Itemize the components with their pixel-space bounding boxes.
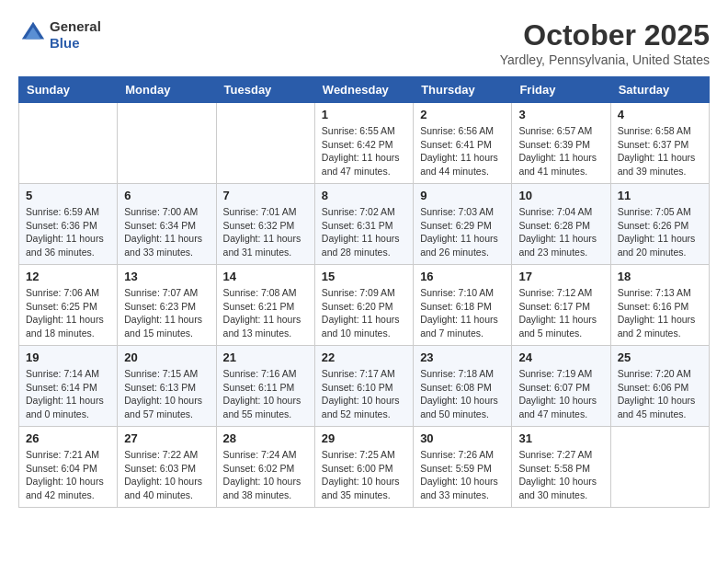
day-cell: 11Sunrise: 7:05 AM Sunset: 6:26 PM Dayli… xyxy=(610,184,709,265)
day-number: 3 xyxy=(518,108,603,121)
day-info: Sunrise: 7:24 AM Sunset: 6:02 PM Dayligh… xyxy=(223,448,308,502)
weekday-header-friday: Friday xyxy=(512,77,610,103)
day-info: Sunrise: 7:06 AM Sunset: 6:25 PM Dayligh… xyxy=(26,286,110,340)
day-info: Sunrise: 6:55 AM Sunset: 6:42 PM Dayligh… xyxy=(322,124,406,178)
day-cell xyxy=(118,103,216,184)
day-number: 18 xyxy=(618,270,702,283)
day-cell: 31Sunrise: 7:27 AM Sunset: 5:58 PM Dayli… xyxy=(512,427,610,508)
day-number: 30 xyxy=(420,431,505,445)
day-number: 2 xyxy=(420,108,505,121)
day-number: 19 xyxy=(26,350,110,364)
day-cell: 25Sunrise: 7:20 AM Sunset: 6:06 PM Dayli… xyxy=(610,346,709,427)
page-header: General Blue October 2025 Yardley, Penns… xyxy=(18,18,710,67)
weekday-header-tuesday: Tuesday xyxy=(216,77,314,103)
day-cell: 16Sunrise: 7:10 AM Sunset: 6:18 PM Dayli… xyxy=(414,265,512,346)
day-cell: 2Sunrise: 6:56 AM Sunset: 6:41 PM Daylig… xyxy=(414,103,512,184)
day-number: 14 xyxy=(223,270,308,283)
location: Yardley, Pennsylvania, United States xyxy=(500,52,710,67)
day-number: 26 xyxy=(26,431,110,445)
day-number: 16 xyxy=(420,270,505,283)
day-cell: 9Sunrise: 7:03 AM Sunset: 6:29 PM Daylig… xyxy=(414,184,512,265)
weekday-header-monday: Monday xyxy=(118,77,216,103)
day-cell: 7Sunrise: 7:01 AM Sunset: 6:32 PM Daylig… xyxy=(216,184,314,265)
day-cell: 21Sunrise: 7:16 AM Sunset: 6:11 PM Dayli… xyxy=(216,346,314,427)
calendar: SundayMondayTuesdayWednesdayThursdayFrid… xyxy=(18,76,710,508)
day-cell: 13Sunrise: 7:07 AM Sunset: 6:23 PM Dayli… xyxy=(118,265,216,346)
day-number: 8 xyxy=(322,189,406,202)
day-info: Sunrise: 7:17 AM Sunset: 6:10 PM Dayligh… xyxy=(322,367,406,421)
day-number: 23 xyxy=(420,350,505,364)
week-row-2: 5Sunrise: 6:59 AM Sunset: 6:36 PM Daylig… xyxy=(19,184,710,265)
logo-general: General xyxy=(50,18,101,35)
day-info: Sunrise: 7:12 AM Sunset: 6:17 PM Dayligh… xyxy=(518,286,603,340)
day-number: 5 xyxy=(26,189,110,202)
day-number: 9 xyxy=(420,189,505,202)
day-info: Sunrise: 7:09 AM Sunset: 6:20 PM Dayligh… xyxy=(322,286,406,340)
day-info: Sunrise: 7:07 AM Sunset: 6:23 PM Dayligh… xyxy=(124,286,209,340)
day-cell: 6Sunrise: 7:00 AM Sunset: 6:34 PM Daylig… xyxy=(118,184,216,265)
logo-icon xyxy=(20,20,46,46)
day-info: Sunrise: 6:57 AM Sunset: 6:39 PM Dayligh… xyxy=(518,124,603,178)
day-cell: 19Sunrise: 7:14 AM Sunset: 6:14 PM Dayli… xyxy=(19,346,118,427)
day-cell: 5Sunrise: 6:59 AM Sunset: 6:36 PM Daylig… xyxy=(19,184,118,265)
day-number: 15 xyxy=(322,270,406,283)
day-info: Sunrise: 7:20 AM Sunset: 6:06 PM Dayligh… xyxy=(618,367,702,421)
day-info: Sunrise: 6:56 AM Sunset: 6:41 PM Dayligh… xyxy=(420,124,505,178)
day-info: Sunrise: 7:01 AM Sunset: 6:32 PM Dayligh… xyxy=(223,205,308,259)
day-info: Sunrise: 7:19 AM Sunset: 6:07 PM Dayligh… xyxy=(518,367,603,421)
weekday-header-sunday: Sunday xyxy=(19,77,118,103)
day-number: 7 xyxy=(223,189,308,202)
logo: General Blue xyxy=(18,18,101,52)
day-info: Sunrise: 7:10 AM Sunset: 6:18 PM Dayligh… xyxy=(420,286,505,340)
day-number: 10 xyxy=(518,189,603,202)
day-cell: 10Sunrise: 7:04 AM Sunset: 6:28 PM Dayli… xyxy=(512,184,610,265)
day-info: Sunrise: 7:21 AM Sunset: 6:04 PM Dayligh… xyxy=(26,448,110,502)
day-number: 27 xyxy=(124,431,209,445)
weekday-header-wednesday: Wednesday xyxy=(314,77,413,103)
day-number: 22 xyxy=(322,350,406,364)
day-number: 28 xyxy=(223,431,308,445)
day-number: 20 xyxy=(124,350,209,364)
day-number: 17 xyxy=(518,270,603,283)
day-cell: 8Sunrise: 7:02 AM Sunset: 6:31 PM Daylig… xyxy=(314,184,413,265)
day-info: Sunrise: 7:13 AM Sunset: 6:16 PM Dayligh… xyxy=(618,286,702,340)
weekday-header-row: SundayMondayTuesdayWednesdayThursdayFrid… xyxy=(19,77,710,103)
day-info: Sunrise: 6:59 AM Sunset: 6:36 PM Dayligh… xyxy=(26,205,110,259)
day-number: 24 xyxy=(518,350,603,364)
day-number: 29 xyxy=(322,431,406,445)
day-number: 4 xyxy=(618,108,702,121)
day-cell: 1Sunrise: 6:55 AM Sunset: 6:42 PM Daylig… xyxy=(314,103,413,184)
day-cell: 27Sunrise: 7:22 AM Sunset: 6:03 PM Dayli… xyxy=(118,427,216,508)
day-cell: 15Sunrise: 7:09 AM Sunset: 6:20 PM Dayli… xyxy=(314,265,413,346)
day-cell: 14Sunrise: 7:08 AM Sunset: 6:21 PM Dayli… xyxy=(216,265,314,346)
day-cell: 20Sunrise: 7:15 AM Sunset: 6:13 PM Dayli… xyxy=(118,346,216,427)
day-cell: 24Sunrise: 7:19 AM Sunset: 6:07 PM Dayli… xyxy=(512,346,610,427)
day-cell: 12Sunrise: 7:06 AM Sunset: 6:25 PM Dayli… xyxy=(19,265,118,346)
day-cell: 29Sunrise: 7:25 AM Sunset: 6:00 PM Dayli… xyxy=(314,427,413,508)
day-info: Sunrise: 7:08 AM Sunset: 6:21 PM Dayligh… xyxy=(223,286,308,340)
day-info: Sunrise: 7:18 AM Sunset: 6:08 PM Dayligh… xyxy=(420,367,505,421)
month-title: October 2025 xyxy=(500,18,710,52)
day-number: 25 xyxy=(618,350,702,364)
day-cell: 26Sunrise: 7:21 AM Sunset: 6:04 PM Dayli… xyxy=(19,427,118,508)
day-number: 12 xyxy=(26,270,110,283)
week-row-1: 1Sunrise: 6:55 AM Sunset: 6:42 PM Daylig… xyxy=(19,103,710,184)
day-number: 6 xyxy=(124,189,209,202)
day-number: 11 xyxy=(618,189,702,202)
day-info: Sunrise: 7:03 AM Sunset: 6:29 PM Dayligh… xyxy=(420,205,505,259)
day-cell: 4Sunrise: 6:58 AM Sunset: 6:37 PM Daylig… xyxy=(610,103,709,184)
day-info: Sunrise: 7:22 AM Sunset: 6:03 PM Dayligh… xyxy=(124,448,209,502)
day-number: 21 xyxy=(223,350,308,364)
day-info: Sunrise: 7:04 AM Sunset: 6:28 PM Dayligh… xyxy=(518,205,603,259)
day-number: 31 xyxy=(518,431,603,445)
day-info: Sunrise: 7:02 AM Sunset: 6:31 PM Dayligh… xyxy=(322,205,406,259)
weekday-header-thursday: Thursday xyxy=(414,77,512,103)
day-info: Sunrise: 7:16 AM Sunset: 6:11 PM Dayligh… xyxy=(223,367,308,421)
title-block: October 2025 Yardley, Pennsylvania, Unit… xyxy=(500,18,710,67)
day-cell: 22Sunrise: 7:17 AM Sunset: 6:10 PM Dayli… xyxy=(314,346,413,427)
day-info: Sunrise: 6:58 AM Sunset: 6:37 PM Dayligh… xyxy=(618,124,702,178)
day-cell xyxy=(216,103,314,184)
day-cell: 30Sunrise: 7:26 AM Sunset: 5:59 PM Dayli… xyxy=(414,427,512,508)
weekday-header-saturday: Saturday xyxy=(610,77,709,103)
day-cell xyxy=(610,427,709,508)
